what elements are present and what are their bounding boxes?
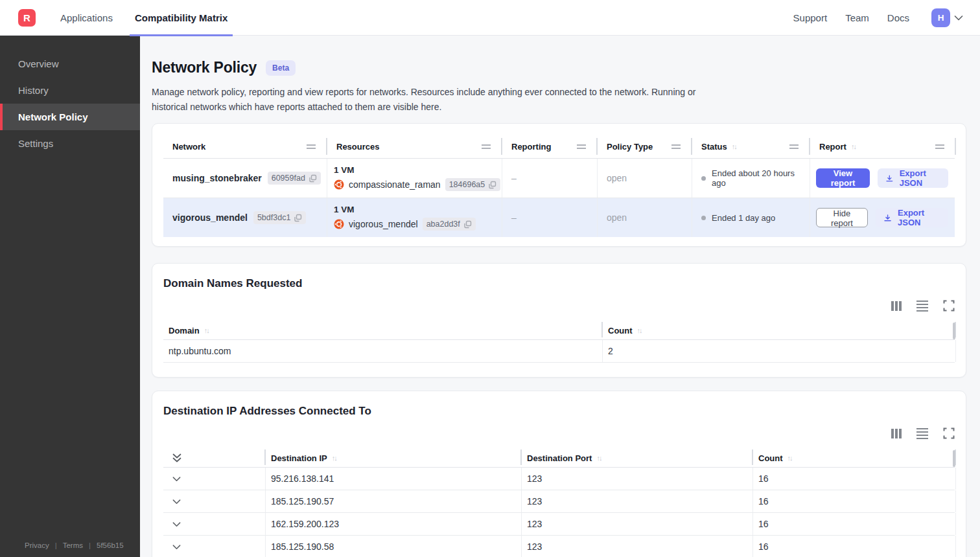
column-header-count[interactable]: Count ↑↓ [603,321,956,339]
destination-port-cell: 123 [522,468,753,490]
column-header-resources[interactable]: Resources [327,135,502,158]
copy-icon[interactable] [488,181,496,189]
nav-tab-applications[interactable]: Applications [60,0,113,36]
dest-row[interactable]: 162.159.200.123 123 16 [163,513,955,536]
column-header-domain[interactable]: Domain ↑↓ [163,321,603,339]
download-icon [885,174,894,183]
dest-row[interactable]: 185.125.190.57 123 16 [163,490,955,513]
privacy-link[interactable]: Privacy [25,541,49,549]
table-scrollbar[interactable] [953,323,955,339]
fullscreen-icon[interactable] [943,300,955,312]
reporting-cell: – [502,159,598,198]
sort-icon[interactable]: ↑↓ [204,326,209,334]
column-header-count[interactable]: Count ↑↓ [753,449,956,467]
expand-row-control[interactable] [163,490,266,512]
page-description: Manage network policy, reporting and vie… [152,85,723,114]
destination-ip-cell: 185.125.190.58 [266,536,522,557]
chevron-down-icon[interactable] [172,544,181,550]
column-resize-handle[interactable] [307,144,316,149]
count-cell: 2 [603,340,956,362]
column-resize-handle[interactable] [935,144,944,149]
dest-row[interactable]: 185.125.190.58 123 16 [163,536,955,557]
column-header-policy-type[interactable]: Policy Type [598,135,692,158]
column-label: Destination Port [527,453,592,463]
double-chevron-down-icon[interactable] [172,453,181,462]
table-scrollbar[interactable] [953,450,955,467]
chevron-down-icon[interactable] [172,476,181,482]
vm-count: 1 VM [334,165,355,175]
rows-icon[interactable] [916,301,928,312]
chevron-down-icon[interactable] [954,15,963,21]
domain-table: Domain ↑↓ Count ↑↓ ntp.ubuntu.com 2 [163,321,955,363]
column-header-reporting[interactable]: Reporting [502,135,598,158]
column-header-destination-port[interactable]: Destination Port ↑↓ [522,449,753,467]
sort-icon[interactable]: ↑↓ [851,142,856,150]
sort-icon[interactable]: ↑↓ [637,326,642,334]
column-resize-handle[interactable] [789,144,799,149]
column-resize-handle[interactable] [577,144,586,149]
column-header-destination-ip[interactable]: Destination IP ↑↓ [266,449,522,467]
expand-row-control[interactable] [163,468,266,490]
column-resize-handle[interactable] [482,144,491,149]
avatar[interactable]: H [931,8,950,27]
destination-ip-cell: 95.216.138.141 [266,468,522,490]
resource-hash-badge[interactable]: 184696a5 [445,178,501,191]
beta-badge: Beta [266,60,296,76]
dest-row[interactable]: 95.216.138.141 123 16 [163,468,955,490]
copy-icon[interactable] [294,214,302,222]
sort-icon[interactable]: ↑↓ [732,142,736,150]
count-cell: 16 [753,536,956,557]
view-report-button[interactable]: View report [816,168,870,188]
export-json-button[interactable]: Export JSON [878,168,948,188]
columns-icon[interactable] [891,429,902,438]
domain-card-toolbar [163,299,955,312]
policy-type-cell: open [598,159,692,198]
network-hash-badge[interactable]: 60959fad [268,172,321,185]
domain-row[interactable]: ntp.ubuntu.com 2 [163,340,955,363]
column-header-network[interactable]: Network [163,135,327,158]
expand-row-control[interactable] [163,536,266,557]
docs-link[interactable]: Docs [887,12,909,23]
copy-icon[interactable] [463,220,472,229]
column-label: Network [172,142,205,152]
chevron-down-icon[interactable] [172,499,181,505]
sidebar-item-settings[interactable]: Settings [0,130,140,157]
resources-cell: 1 VM vigorous_mendel aba2dd3f [327,198,502,237]
column-header-status[interactable]: Status ↑↓ [692,135,810,158]
hide-report-button[interactable]: Hide report [816,208,868,227]
sort-icon[interactable]: ↑↓ [788,454,792,462]
dest-card-toolbar [163,427,955,440]
sidebar-item-overview[interactable]: Overview [0,51,140,77]
sort-icon[interactable]: ↑↓ [596,454,601,462]
column-label: Resources [336,142,379,152]
expand-all-rows-control[interactable] [163,449,266,467]
sort-icon[interactable]: ↑↓ [332,454,336,462]
network-row-musing-stonebraker[interactable]: musing_stonebraker 60959fad 1 VM compass… [163,159,955,198]
nav-tab-compatibility-matrix[interactable]: Compatibility Matrix [135,0,228,36]
primary-nav: Applications Compatibility Matrix [60,0,228,36]
column-resize-handle[interactable] [671,144,681,149]
sidebar-item-history[interactable]: History [0,77,140,104]
network-name: vigorous_mendel [172,212,248,223]
resource-hash-badge[interactable]: aba2dd3f [423,218,476,231]
expand-row-control[interactable] [163,513,266,535]
domain-card-title: Domain Names Requested [163,275,955,290]
user-menu[interactable]: H [931,8,963,27]
sidebar-item-network-policy[interactable]: Network Policy [0,104,140,130]
export-json-button[interactable]: Export JSON [876,208,948,227]
support-link[interactable]: Support [793,12,828,23]
fullscreen-icon[interactable] [943,427,955,439]
network-hash-badge[interactable]: 5bdf3dc1 [253,211,306,224]
rows-icon[interactable] [916,428,928,440]
app-logo[interactable]: R [18,9,36,27]
destination-port-cell: 123 [522,536,753,557]
terms-link[interactable]: Terms [63,541,83,549]
chevron-down-icon[interactable] [172,521,181,527]
team-link[interactable]: Team [845,12,869,23]
dest-table: Destination IP ↑↓ Destination Port ↑↓ Co… [163,449,955,557]
column-label: Policy Type [607,142,653,152]
columns-icon[interactable] [891,301,902,311]
copy-icon[interactable] [309,174,317,183]
column-header-report[interactable]: Report ↑↓ [810,135,956,158]
network-row-vigorous-mendel[interactable]: vigorous_mendel 5bdf3dc1 1 VM vigorous_m… [163,198,955,237]
